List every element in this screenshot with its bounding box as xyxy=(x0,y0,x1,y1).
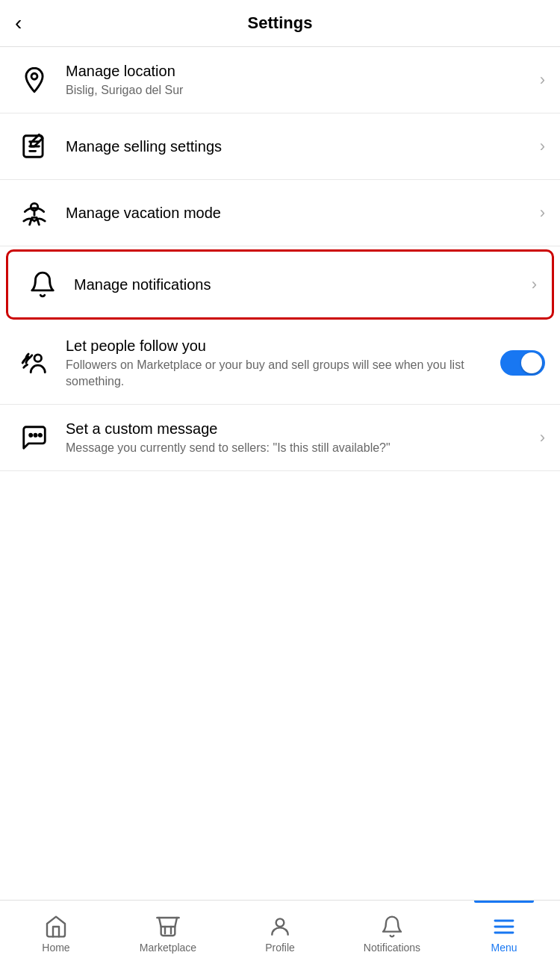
manage-location-label: Manage location xyxy=(66,61,532,81)
back-button[interactable]: ‹ xyxy=(15,11,22,35)
follow-icon xyxy=(15,343,54,382)
manage-notifications-content: Manage notifications xyxy=(74,275,524,294)
nav-profile-label: Profile xyxy=(265,942,295,954)
settings-item-manage-notifications[interactable]: Manage notifications › xyxy=(6,249,554,320)
manage-vacation-content: Manage vacation mode xyxy=(66,203,532,223)
manage-vacation-label: Manage vacation mode xyxy=(66,203,532,223)
manage-location-sublabel: Bislig, Surigao del Sur xyxy=(66,82,532,99)
manage-location-chevron: › xyxy=(540,70,545,90)
settings-list: Manage location Bislig, Surigao del Sur … xyxy=(0,47,560,471)
header: ‹ Settings xyxy=(0,0,560,47)
page-title: Settings xyxy=(248,13,313,33)
manage-location-content: Manage location Bislig, Surigao del Sur xyxy=(66,61,532,99)
profile-icon xyxy=(268,915,292,939)
settings-item-manage-vacation[interactable]: Manage vacation mode › xyxy=(0,180,560,246)
message-icon xyxy=(15,418,54,457)
custom-message-label: Set a custom message xyxy=(66,419,532,438)
svg-point-0 xyxy=(31,73,37,79)
settings-item-custom-message[interactable]: Set a custom message Message you current… xyxy=(0,405,560,471)
nav-marketplace-label: Marketplace xyxy=(140,942,196,954)
let-follow-sublabel: Followers on Marketplace or your buy and… xyxy=(66,357,493,391)
custom-message-chevron: › xyxy=(540,428,545,447)
custom-message-content: Set a custom message Message you current… xyxy=(66,419,532,456)
home-icon xyxy=(44,915,68,939)
manage-vacation-chevron: › xyxy=(540,203,545,223)
svg-point-7 xyxy=(276,918,284,927)
svg-point-3 xyxy=(34,355,42,362)
nav-item-marketplace[interactable]: Marketplace xyxy=(112,901,224,967)
nav-item-home[interactable]: Home xyxy=(0,901,112,967)
nav-menu-label: Menu xyxy=(491,942,517,954)
nav-item-notifications[interactable]: Notifications xyxy=(336,901,448,967)
let-follow-content: Let people follow you Followers on Marke… xyxy=(66,336,493,391)
svg-point-6 xyxy=(39,434,41,436)
nav-notifications-label: Notifications xyxy=(364,942,420,954)
vacation-icon xyxy=(15,193,54,232)
bottom-nav: Home Marketplace Profile Notifications xyxy=(0,900,560,967)
bell-icon xyxy=(23,265,62,304)
menu-icon xyxy=(492,915,516,939)
manage-selling-label: Manage selling settings xyxy=(66,137,532,156)
notifications-nav-icon xyxy=(380,915,404,939)
svg-point-5 xyxy=(34,434,37,436)
settings-item-let-follow[interactable]: Let people follow you Followers on Marke… xyxy=(0,323,560,405)
svg-point-4 xyxy=(30,434,32,436)
settings-item-manage-selling[interactable]: Manage selling settings › xyxy=(0,114,560,180)
manage-selling-content: Manage selling settings xyxy=(66,137,532,156)
nav-home-label: Home xyxy=(42,942,69,954)
manage-selling-chevron: › xyxy=(540,137,545,156)
location-icon xyxy=(15,60,54,99)
nav-item-profile[interactable]: Profile xyxy=(224,901,336,967)
follow-toggle-switch[interactable] xyxy=(500,350,545,376)
settings-item-manage-location[interactable]: Manage location Bislig, Surigao del Sur … xyxy=(0,47,560,114)
manage-notifications-chevron: › xyxy=(532,275,537,294)
custom-message-sublabel: Message you currently send to sellers: "… xyxy=(66,440,532,456)
marketplace-icon xyxy=(156,915,180,939)
follow-toggle[interactable] xyxy=(500,350,545,376)
let-follow-label: Let people follow you xyxy=(66,336,493,355)
nav-item-menu[interactable]: Menu xyxy=(448,901,560,967)
manage-notifications-label: Manage notifications xyxy=(74,275,524,294)
edit-icon xyxy=(15,127,54,166)
